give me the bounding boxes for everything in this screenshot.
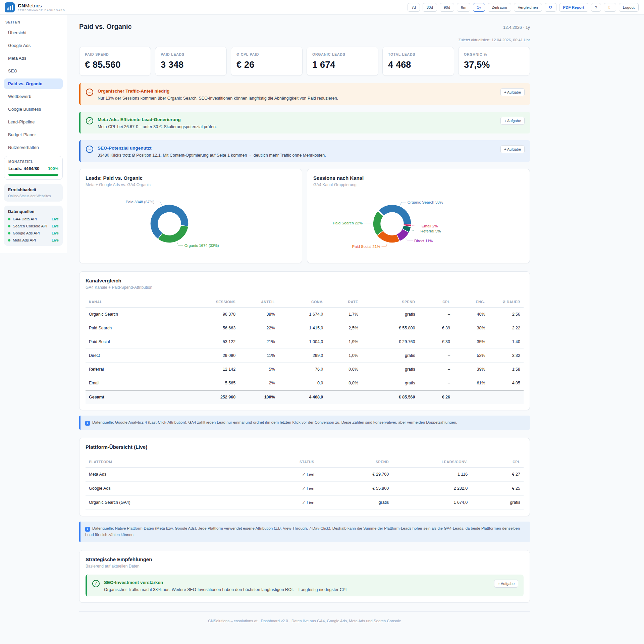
cell-kanal: Gesamt <box>86 390 191 404</box>
add-task-button[interactable]: + Aufgabe <box>494 580 518 588</box>
donut-slice-organic-search[interactable] <box>379 205 411 224</box>
refresh-button[interactable]: ↻ <box>545 3 556 12</box>
range-button-1y[interactable]: 1y <box>473 3 485 12</box>
sidebar-item-meta-ads[interactable]: Meta Ads <box>4 53 63 63</box>
alert-text: Meta CPL bei 26.67 € – unter 30 €. Skali… <box>98 124 217 129</box>
theme-toggle-button[interactable]: ☾ <box>604 3 616 12</box>
monthly-goal-title: MONATSZIEL <box>8 160 58 164</box>
sidebar-item-seo[interactable]: SEO <box>4 66 63 76</box>
header-actions: 7d30d90d6m1y Zeitraum Vergleichen ↻ PDF … <box>408 3 639 12</box>
reachability-title: Erreichbarkeit <box>8 187 59 192</box>
zeitraum-button[interactable]: Zeitraum <box>488 3 511 12</box>
monthly-goal-progress-fill <box>8 174 58 176</box>
chart-card-sessions-nach-kanal: Sessions nach KanalGA4 Kanal-Gruppierung… <box>307 169 530 263</box>
col-conv: CONV. <box>278 297 327 308</box>
pdf-report-button[interactable]: PDF Report <box>559 3 588 12</box>
footer-text: CNSolutions – cnsolutions.at · Dashboard… <box>208 619 401 623</box>
cell-sessions: 12 142 <box>191 363 239 376</box>
cell-cpl: € 27 <box>471 467 524 481</box>
cell-sessions: 252 960 <box>191 390 239 404</box>
empfehlungen-list: ✓SEO-Investment verstärkenOrganischer Tr… <box>86 575 524 596</box>
cell-anteil: 5% <box>239 363 278 376</box>
kanalvergleich-title: Kanalvergleich <box>86 278 524 283</box>
donut-chart-leads-paid-vs-organic: Paid 3348 (67%)Organic 1674 (33%) <box>86 189 296 258</box>
cell-eng <box>453 390 488 404</box>
sidebar-item-paid-vs-organic[interactable]: Paid vs. Organic <box>4 78 63 89</box>
kpi-row: PAID SPEND€ 85.560PAID LEADS3 348Ø CPL P… <box>79 47 530 76</box>
alert-content: Organischer Traffic-Anteil niedrigNur 13… <box>98 88 338 101</box>
plattform-table: PLATTFORMSTATUSSPENDLEADS/CONV.CPLMeta A… <box>86 457 524 510</box>
datasource-status: Live <box>52 217 59 221</box>
brand-logo-icon <box>5 2 15 12</box>
cell-anteil: 2% <box>239 376 278 390</box>
sidebar-item-nutzerverhalten[interactable]: Nutzerverhalten <box>4 142 63 153</box>
cell-dauer: 3:32 <box>488 349 524 363</box>
col-eng: ENG. <box>453 297 488 308</box>
kanalvergleich-subtitle: GA4 Kanäle + Paid-Spend-Attribution <box>86 285 524 290</box>
help-button[interactable]: ? <box>591 3 601 12</box>
alert-text: Organischer Traffic macht 38% aus. Weite… <box>104 587 348 592</box>
range-button-30d[interactable]: 30d <box>423 3 437 12</box>
sidebar-item-wettbewerb[interactable]: Wettbewerb <box>4 91 63 102</box>
table-row-google-ads: Google Ads✓ Live€ 55.8002 232,0€ 25 <box>86 481 524 495</box>
cell-rate: 0,6% <box>326 363 361 376</box>
logout-button[interactable]: Logout <box>619 3 639 12</box>
cell-cpl: – <box>419 349 453 363</box>
sidebar-item-bersicht[interactable]: Übersicht <box>4 28 63 38</box>
cell-sessions: 53 122 <box>191 335 239 349</box>
cell-anteil: 11% <box>239 349 278 363</box>
col-rate: RATE <box>326 297 361 308</box>
sidebar-item-google-ads[interactable]: Google Ads <box>4 40 63 51</box>
sidebar-item-lead-pipeline[interactable]: Lead-Pipeline <box>4 117 63 127</box>
cell-eng: 35% <box>453 335 488 349</box>
cell-rate: 1,0% <box>326 349 361 363</box>
kpi-card-paid-leads: PAID LEADS3 348 <box>155 47 227 76</box>
brand-text: CNMetrics PERFORMANCE DASHBOARD <box>18 3 65 12</box>
cell-conv: 299,0 <box>278 349 327 363</box>
datasource-name: Search Console API <box>13 224 49 228</box>
range-button-7d[interactable]: 7d <box>408 3 420 12</box>
datasource-status: Live <box>52 238 59 242</box>
cell-plattform: Meta Ads <box>86 467 261 481</box>
chart-subtitle: GA4 Kanal-Gruppierung <box>313 182 524 187</box>
cell-cpl: € 26 <box>419 390 453 404</box>
donut-slice-organic[interactable] <box>158 225 189 243</box>
chart-card-leads-paid-vs-organic: Leads: Paid vs. OrganicMeta + Google Ads… <box>79 169 302 263</box>
cell-sessions: 5 565 <box>191 376 239 390</box>
check-circle-icon: ✓ <box>86 117 93 124</box>
datasource-name: GA4 Data API <box>13 217 49 221</box>
col-cpl: CPL <box>471 457 524 468</box>
add-task-button[interactable]: + Aufgabe <box>500 145 525 153</box>
info-icon: i <box>85 527 90 532</box>
donut-slice-label: Paid 3348 (67%) <box>126 200 155 204</box>
col-status: STATUS <box>261 457 318 468</box>
page-head: Paid vs. Organic 12.4.2026 · 1y <box>79 23 530 31</box>
table-row-email: Email5 5652%0,00,0%gratis–61%4:05 <box>86 376 524 390</box>
add-task-button[interactable]: + Aufgabe <box>500 117 525 125</box>
sidebar-section-label: SEITEN <box>4 19 63 28</box>
live-dot-icon <box>8 218 10 220</box>
datasource-search-console-api: Search Console APILive <box>8 224 59 228</box>
info-note-text: Datenquelle: Google Analytics 4 (Last-Cl… <box>92 420 457 424</box>
kpi-value: 1 674 <box>312 60 373 70</box>
range-button-90d[interactable]: 90d <box>440 3 454 12</box>
live-dot-icon <box>8 232 10 234</box>
info-note-text: Datenquelle: Native Plattform-Daten (Met… <box>85 526 520 537</box>
kpi-card-paid-spend: PAID SPEND€ 85.560 <box>79 47 151 76</box>
cell-cpl: € 25 <box>471 481 524 495</box>
range-button-group: 7d30d90d6m1y <box>408 3 485 12</box>
vergleichen-button[interactable]: Vergleichen <box>514 3 542 12</box>
cell-kanal: Paid Social <box>86 335 191 349</box>
cell-spend: € 29.760 <box>318 467 392 481</box>
donut-slice-paid-search[interactable] <box>373 211 383 235</box>
cell-conv: 76,0 <box>278 363 327 376</box>
cell-rate <box>326 390 361 404</box>
cell-kanal: Paid Search <box>86 321 191 335</box>
cell-plattform: Google Ads <box>86 481 261 495</box>
monthly-goal-row: Leads: 4464/80 100% <box>8 166 58 171</box>
range-button-6m[interactable]: 6m <box>457 3 470 12</box>
cell-anteil: 21% <box>239 335 278 349</box>
add-task-button[interactable]: + Aufgabe <box>500 88 525 96</box>
sidebar-item-budget-planer[interactable]: Budget-Planer <box>4 129 63 140</box>
sidebar-item-google-business[interactable]: Google Business <box>4 104 63 114</box>
